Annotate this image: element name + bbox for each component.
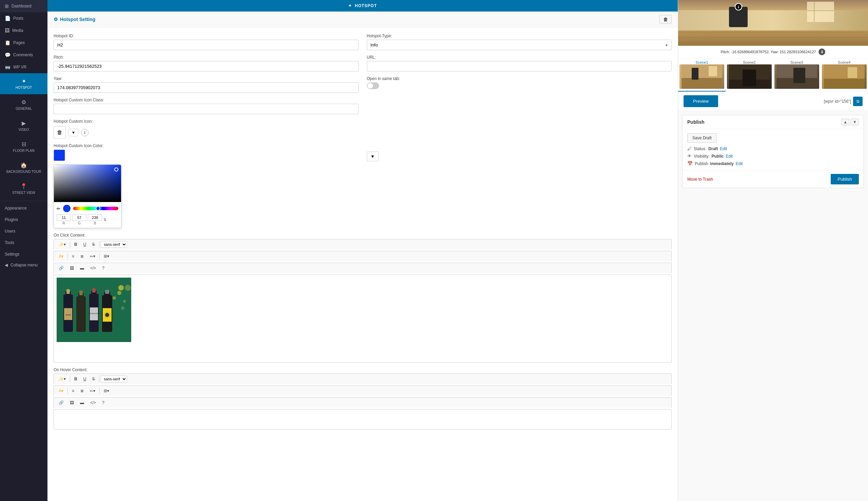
rte-help-btn[interactable]: ? (99, 264, 107, 272)
rte-ul-btn[interactable]: ≡ (69, 253, 77, 260)
sidebar-item-collapse[interactable]: ◀ Collapse menu (0, 260, 47, 270)
rte-hover-video-btn[interactable]: ▬ (77, 399, 87, 406)
color-g-input[interactable] (72, 214, 86, 221)
sidebar-section-floorplan[interactable]: ⊟ FLOOR PLAN (0, 136, 47, 157)
svg-point-22 (105, 313, 109, 317)
rte-hover-ol-btn[interactable]: ≣ (78, 387, 86, 395)
sidebar-section-hotspot[interactable]: ✦ HOTSPOT (0, 73, 47, 94)
sidebar-section-background-tour[interactable]: 🏠 BACKGROUND TOUR (0, 157, 47, 178)
sidebar-section-video[interactable]: ▶ VIDEO (0, 115, 47, 136)
move-to-trash-link[interactable]: Move to Trash (687, 177, 713, 182)
rte-hover-magic-btn[interactable]: ✨▾ (56, 375, 68, 383)
sidebar-item-posts[interactable]: 📄 Posts (0, 12, 47, 24)
status-icon: 🖊 (687, 146, 692, 151)
rte-align-btn[interactable]: ⇐▾ (87, 253, 98, 260)
color-hue-slider[interactable] (73, 207, 118, 210)
icon-info-button[interactable]: ℹ (81, 129, 88, 136)
scene-tab-3[interactable]: Scene3 (773, 58, 821, 92)
rte-onclick-body[interactable]: JONS BOURGOGNE (54, 275, 672, 363)
icon-class-input[interactable] (54, 104, 359, 114)
color-mode-toggle[interactable]: ⇅ (103, 217, 106, 222)
rte-divider-2 (99, 241, 99, 247)
sidebar-item-media[interactable]: 🖼 Media (0, 24, 47, 36)
rte-hover-code-btn[interactable]: </> (87, 399, 99, 406)
rte-link-btn[interactable]: 🔗 (56, 264, 66, 272)
color-r-input[interactable] (57, 214, 71, 221)
sidebar-item-comments[interactable]: 💬 Comments (0, 49, 47, 61)
delete-hotspot-button[interactable]: 🗑 (659, 15, 672, 24)
color-b-input[interactable] (88, 214, 102, 221)
rte-hover-table-btn[interactable]: ⊞▾ (101, 387, 112, 395)
publish-chevron-down[interactable]: ▼ (851, 119, 859, 125)
hotspot-id-label: Hotspot ID: (54, 34, 359, 38)
rte-code-btn[interactable]: </> (87, 264, 99, 272)
publish-timing-edit-link[interactable]: Edit (736, 161, 743, 166)
rte-hover-underline-btn[interactable]: U (81, 375, 89, 383)
rte-bold-btn[interactable]: B (72, 241, 80, 248)
rte-strikethrough-btn[interactable]: S̶ (89, 241, 98, 248)
icon-box[interactable]: 🗑 (54, 126, 66, 139)
rte-hover-ul-btn[interactable]: ≡ (69, 387, 77, 395)
icon-dropdown-button[interactable]: ▼ (68, 129, 78, 136)
sidebar-item-users[interactable]: Users (0, 225, 47, 237)
save-draft-button[interactable]: Save Draft (687, 133, 717, 143)
rte-italic-btn[interactable]: U (81, 241, 89, 248)
form-body: Hotspot ID: Hotspot-Type: InfoURLCustom … (47, 28, 678, 440)
rte-hover-strike-btn[interactable]: S̶ (89, 375, 98, 383)
sidebar-item-wpvr[interactable]: 🥽 WP VR (0, 61, 47, 73)
pitch-input[interactable] (54, 61, 359, 72)
download-icon[interactable]: ⬇ (818, 49, 825, 55)
scene-tab-1[interactable]: Scene1 (678, 58, 726, 92)
scene-tab-4[interactable]: Scene4 (821, 58, 868, 92)
sidebar-section-general[interactable]: ⚙ GENERAL (0, 94, 47, 115)
rte-image-btn[interactable]: 🖼 (67, 264, 77, 272)
color-b-label: B (94, 221, 96, 225)
sidebar-item-dashboard[interactable]: ⊞ Dashboard (0, 0, 47, 12)
hotspot-type-select[interactable]: InfoURLCustom (367, 40, 672, 50)
color-gradient-area[interactable] (54, 165, 121, 202)
scenes-row: Scene1 Scene2 (678, 58, 868, 92)
form-row-pitch-url: Pitch: URL: (54, 55, 672, 72)
rte-magic-btn[interactable]: ✨▾ (56, 241, 68, 248)
sidebar-item-plugins[interactable]: Plugins (0, 214, 47, 225)
sidebar-item-appearance[interactable]: Appearance (0, 202, 47, 214)
rte-font-select[interactable]: sans-serif (101, 241, 127, 248)
visibility-edit-link[interactable]: Edit (726, 154, 733, 159)
sidebar-item-tools[interactable]: Tools (0, 237, 47, 248)
sidebar-item-settings[interactable]: Settings (0, 248, 47, 260)
hotspot-tab[interactable]: ✦ HOTSPOT (47, 0, 678, 11)
color-gradient-cursor[interactable] (114, 168, 118, 171)
rte-text-color-btn[interactable]: A▾ (56, 253, 66, 260)
rte-hover-align-btn[interactable]: ⇐▾ (87, 387, 98, 395)
color-swatch[interactable] (54, 149, 65, 161)
form-group-icon-color: Hotspot Custom Icon Color: ✏ (54, 143, 359, 228)
rte-hover-bold-btn[interactable]: B (72, 375, 80, 383)
url-input[interactable] (367, 61, 672, 72)
rte-ol-btn[interactable]: ≣ (78, 253, 86, 260)
rte-hover-color-btn[interactable]: A▾ (56, 387, 66, 395)
publish-chevron-up[interactable]: ▲ (841, 119, 849, 125)
rte-hover-font-select[interactable]: sans-serif (101, 376, 127, 382)
rte-hover-help-btn[interactable]: ? (99, 399, 107, 406)
yaw-input[interactable] (54, 82, 359, 93)
sidebar-item-pages[interactable]: 📋 Pages (0, 36, 47, 49)
rte-table-btn[interactable]: ⊞▾ (101, 253, 112, 260)
copy-shortcode-button[interactable]: ⧉ (853, 97, 862, 106)
publish-button[interactable]: Publish (831, 174, 859, 184)
rte-hover-link-btn[interactable]: 🔗 (56, 399, 66, 406)
form-group-onclick: On Click Content: ✨▾ B U S̶ sans-serif A… (54, 233, 672, 363)
floorplan-icon: ⊟ (22, 141, 26, 148)
rte-video-btn[interactable]: ▬ (77, 264, 87, 272)
eyedropper-icon[interactable]: ✏ (57, 206, 60, 211)
status-edit-link[interactable]: Edit (720, 147, 727, 151)
yaw-dropdown-extra[interactable]: ▼ (367, 151, 379, 161)
scene-tab-2[interactable]: Scene2 (726, 58, 773, 92)
sidebar-section-street-view[interactable]: 📍 STREET VIEW (0, 178, 47, 199)
publish-label-text: Publish (695, 161, 708, 166)
open-tab-toggle[interactable] (367, 82, 379, 89)
rte-onhover-body[interactable] (54, 409, 672, 429)
color-rgb-r-group: R (57, 214, 71, 225)
rte-hover-image-btn[interactable]: 🖼 (67, 399, 77, 406)
preview-button[interactable]: Preview (684, 95, 718, 107)
hotspot-id-input[interactable] (54, 40, 359, 50)
